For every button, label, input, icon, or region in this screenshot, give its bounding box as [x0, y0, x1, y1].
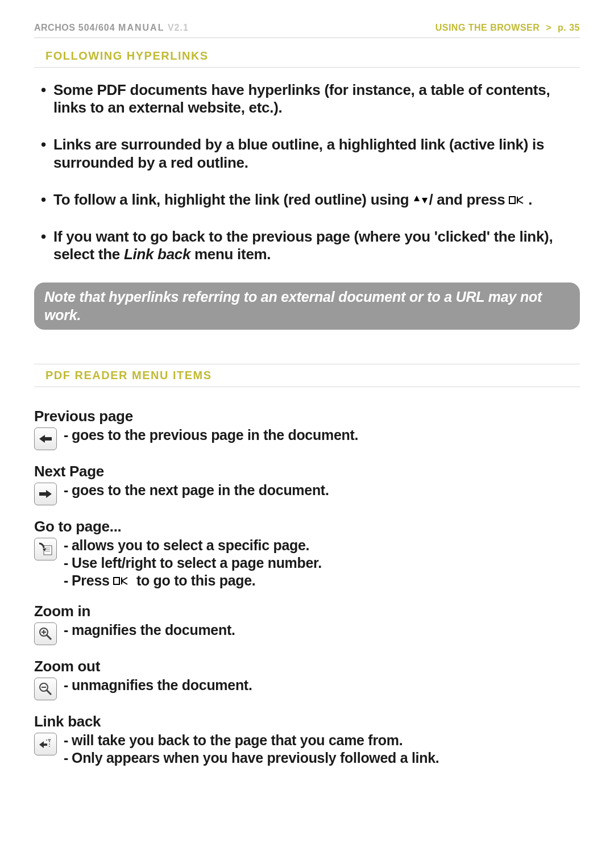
dash-item: Only appears when you have previously fo… [64, 749, 580, 767]
page-header: ARCHOS 504/604 MANUAL V2.1 USING THE BRO… [34, 23, 580, 38]
menu-item-row: unmagnifies the document. [34, 676, 580, 700]
menu-item-title: Go to page... [34, 518, 580, 535]
note-callout: Note that hyperlinks referring to an ext… [34, 283, 580, 330]
svg-marker-1 [422, 198, 428, 203]
menu-item-desc: goes to the next page in the document. [64, 481, 580, 499]
svg-marker-3 [39, 435, 52, 443]
menu-item-row: allows you to select a specific page.Use… [34, 537, 580, 590]
breadcrumb-separator: > [542, 23, 555, 32]
dash-item: unmagnifies the document. [64, 676, 580, 694]
svg-marker-0 [414, 196, 420, 201]
bullet-item: Some PDF documents have hyperlinks (for … [34, 81, 580, 117]
menu-item-row: magnifies the document. [34, 621, 580, 645]
menu-item-desc: allows you to select a specific page.Use… [64, 537, 580, 590]
bullet-text: Links are surrounded by a blue outline, … [53, 136, 544, 171]
arrow-right-icon [34, 483, 57, 505]
bullet-text-pre: To follow a link, highlight the link (re… [53, 191, 413, 208]
bullet-item: If you want to go back to the previous p… [34, 228, 580, 263]
zoom-in-icon [34, 622, 57, 645]
goto-page-icon [34, 538, 57, 560]
bullet-item: Links are surrounded by a blue outline, … [34, 136, 580, 171]
dash-list: allows you to select a specific page.Use… [64, 537, 580, 590]
arrow-left-icon [34, 427, 57, 450]
svg-rect-10 [114, 578, 119, 584]
manual-label: MANUAL [118, 23, 164, 32]
page-number: p. 35 [558, 23, 580, 32]
header-right: USING THE BROWSER > p. 35 [435, 23, 580, 33]
dash-list: magnifies the document. [64, 621, 580, 639]
menu-item: Zoom outunmagnifies the document. [34, 658, 580, 700]
bullet-text-mid: and press [433, 191, 509, 208]
menu-item-row: will take you back to the page that you … [34, 732, 580, 767]
menu-item: Previous pagegoes to the previous page i… [34, 408, 580, 450]
menu-item-title: Zoom out [34, 658, 580, 675]
dash-item: allows you to select a specific page. [64, 537, 580, 554]
menu-item-desc: goes to the previous page in the documen… [64, 426, 580, 444]
menu-items-container: Previous pagegoes to the previous page i… [34, 408, 580, 767]
svg-line-17 [47, 690, 51, 695]
menu-item-desc: unmagnifies the document. [64, 676, 580, 694]
menu-item-title: Previous page [34, 408, 580, 425]
svg-line-14 [47, 635, 51, 639]
dash-list: goes to the next page in the document. [64, 481, 580, 499]
menu-item: Next Pagegoes to the next page in the do… [34, 463, 580, 505]
section-heading-menu: PDF READER MENU ITEMS [34, 364, 580, 387]
svg-rect-2 [509, 197, 515, 203]
header-left: ARCHOS 504/604 MANUAL V2.1 [34, 23, 189, 33]
up-down-arrows-icon [413, 191, 429, 208]
dash-item: Use left/right to select a page number. [64, 554, 580, 572]
menu-item-desc: magnifies the document. [64, 621, 580, 639]
section-name: USING THE BROWSER [435, 23, 540, 32]
menu-item: Go to page...allows you to select a spec… [34, 518, 580, 590]
menu-item: Zoom inmagnifies the document. [34, 603, 580, 645]
brand-logo: ARCHOS [34, 23, 75, 32]
ok-icon [113, 576, 132, 586]
zoom-out-icon [34, 678, 57, 700]
bullet-item: To follow a link, highlight the link (re… [34, 191, 580, 209]
menu-item-title: Next Page [34, 463, 580, 480]
menu-item-title: Link back [34, 713, 580, 730]
dash-item: will take you back to the page that you … [64, 732, 580, 749]
dash-list: unmagnifies the document. [64, 676, 580, 694]
dash-item: goes to the previous page in the documen… [64, 426, 580, 444]
menu-item-row: goes to the previous page in the documen… [34, 426, 580, 450]
menu-item-title: Zoom in [34, 603, 580, 620]
dash-list: goes to the previous page in the documen… [64, 426, 580, 444]
dash-item: goes to the next page in the document. [64, 481, 580, 499]
version-label: V2.1 [168, 23, 189, 32]
menu-item-row: goes to the next page in the document. [34, 481, 580, 505]
dash-item: magnifies the document. [64, 621, 580, 639]
bullet-text: Some PDF documents have hyperlinks (for … [53, 81, 550, 116]
dash-item: Press to go to this page. [64, 572, 580, 589]
menu-item: Link backwill take you back to the page … [34, 713, 580, 767]
dash-list: will take you back to the page that you … [64, 732, 580, 767]
link-back-icon [34, 733, 57, 755]
model-number: 504/604 [78, 23, 115, 32]
ok-icon [509, 195, 528, 205]
section-heading-following: FOLLOWING HYPERLINKS [34, 45, 580, 68]
bullet-em: Link back [124, 246, 190, 263]
svg-marker-4 [39, 490, 52, 498]
bullet-text-post: . [528, 191, 532, 208]
menu-item-desc: will take you back to the page that you … [64, 732, 580, 767]
bullet-list: Some PDF documents have hyperlinks (for … [34, 81, 580, 263]
bullet-text-post: menu item. [190, 246, 271, 263]
svg-marker-18 [39, 741, 47, 748]
svg-marker-19 [48, 739, 51, 742]
